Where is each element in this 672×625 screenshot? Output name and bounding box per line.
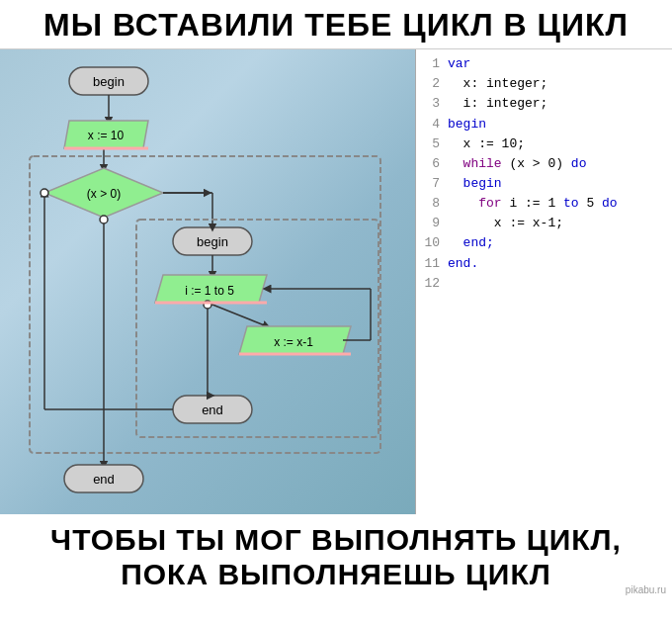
content-area: begin x := 10 (x > 0) begin <box>0 48 672 513</box>
code-line-7: 7 begin <box>424 174 664 194</box>
svg-text:begin: begin <box>93 74 125 89</box>
watermark: pikabu.ru <box>626 584 666 595</box>
code-line-9: 9 x := x-1; <box>424 214 664 233</box>
code-line-12: 12 <box>424 274 664 294</box>
flowchart-svg: begin x := 10 (x > 0) begin <box>0 49 415 514</box>
svg-text:(x > 0): (x > 0) <box>87 187 121 201</box>
svg-text:end: end <box>202 402 223 417</box>
code-line-3: 3 i: integer; <box>424 94 664 114</box>
code-line-8: 8 for i := 1 to 5 do <box>424 194 664 214</box>
code-line-4: 4 begin <box>424 115 664 134</box>
code-line-2: 2 x: integer; <box>424 74 664 94</box>
svg-text:x := x-1: x := x-1 <box>274 335 313 349</box>
bottom-text: ЧТОБЫ ТЫ МОГ ВЫПОЛНЯТЬ ЦИКЛ,ПОКА ВЫПОЛНЯ… <box>0 513 672 597</box>
flowchart-panel: begin x := 10 (x > 0) begin <box>0 49 415 514</box>
top-text: МЫ ВСТАВИЛИ ТЕБЕ ЦИКЛ В ЦИКЛ <box>0 0 672 48</box>
code-line-11: 11 end. <box>424 254 664 274</box>
svg-text:x := 10: x := 10 <box>88 129 125 142</box>
code-line-6: 6 while (x > 0) do <box>424 154 664 174</box>
code-line-1: 1 var <box>424 54 664 74</box>
svg-line-18 <box>208 303 267 326</box>
code-line-5: 5 x := 10; <box>424 134 664 154</box>
svg-point-35 <box>100 216 108 223</box>
svg-text:begin: begin <box>197 234 228 249</box>
svg-text:end: end <box>93 472 115 487</box>
svg-point-31 <box>41 189 48 197</box>
code-line-10: 10 end; <box>424 233 664 253</box>
code-panel: 1 var 2 x: integer; 3 i: integer; 4 begi… <box>415 49 672 514</box>
svg-text:i := 1 to 5: i := 1 to 5 <box>185 284 234 298</box>
